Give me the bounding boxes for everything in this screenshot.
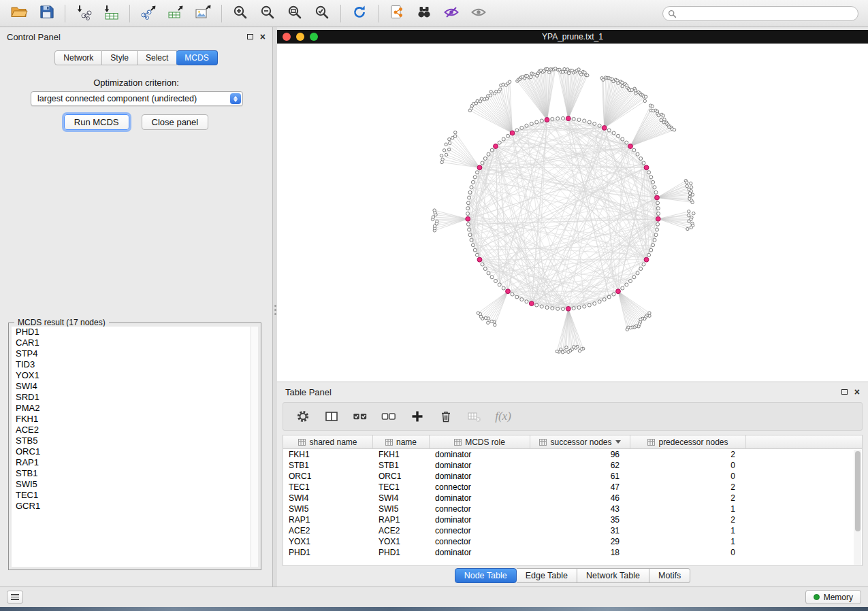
table-settings-button[interactable]: [295, 409, 310, 424]
float-panel-icon[interactable]: [247, 34, 253, 39]
table-cell: [746, 536, 862, 547]
mcds-result-item[interactable]: ORC1: [12, 446, 258, 457]
table-cell: 61: [530, 471, 630, 482]
mcds-result-item[interactable]: STB5: [12, 435, 258, 446]
select-all-button[interactable]: [353, 409, 368, 424]
table-row[interactable]: FKH1FKH1dominator962: [283, 449, 862, 460]
panel-splitter[interactable]: [272, 27, 277, 587]
open-folder-icon: [10, 4, 29, 23]
import-table-icon: [102, 4, 120, 23]
column-header-successor-nodes[interactable]: successor nodes: [530, 435, 630, 449]
deselect-all-button[interactable]: [381, 409, 396, 424]
tab-network-table[interactable]: Network Table: [577, 568, 649, 583]
export-image-button[interactable]: [189, 3, 216, 24]
column-header-shared-name[interactable]: shared name: [283, 435, 373, 449]
tab-style[interactable]: Style: [102, 50, 138, 65]
table-cell: [746, 471, 862, 482]
memory-button[interactable]: Memory: [805, 590, 861, 604]
mcds-result-item[interactable]: GCR1: [12, 501, 258, 512]
save-session-button[interactable]: [33, 3, 60, 24]
show-all-button[interactable]: [465, 3, 492, 24]
memory-status-icon: [814, 594, 820, 600]
mcds-result-item[interactable]: YOX1: [12, 370, 258, 381]
table-row[interactable]: YOX1YOX1connector291: [283, 536, 862, 547]
tab-edge-table[interactable]: Edge Table: [517, 568, 577, 583]
column-header-mcds-role[interactable]: MCDS role: [430, 435, 530, 449]
close-panel-button[interactable]: Close panel: [142, 114, 209, 130]
table-row[interactable]: ORC1ORC1dominator610: [283, 471, 862, 482]
table-panel-tabs: Node Table Edge Table Network Table Moti…: [277, 568, 868, 583]
table-cell: 1: [630, 503, 746, 514]
criterion-dropdown[interactable]: largest connected component (undirected): [31, 91, 243, 106]
network-canvas[interactable]: [277, 44, 868, 381]
apply-function-button[interactable]: f(x): [496, 409, 511, 424]
show-eye-icon: [470, 4, 487, 23]
split-columns-button[interactable]: [324, 409, 339, 424]
table-row[interactable]: STB1STB1dominator620: [283, 460, 862, 471]
float-table-panel-icon[interactable]: [841, 389, 848, 395]
mcds-result-item[interactable]: CAR1: [12, 337, 258, 348]
table-cell: [746, 460, 862, 471]
zoom-out-button[interactable]: [254, 3, 281, 24]
share-document-button[interactable]: [383, 3, 411, 24]
mcds-result-item[interactable]: ACE2: [12, 425, 258, 435]
column-menu-icon: [647, 439, 655, 446]
open-session-button[interactable]: [5, 3, 33, 24]
table-cell: YOX1: [373, 536, 430, 547]
table-row[interactable]: SWI5SWI5connector431: [283, 503, 862, 514]
clear-values-button[interactable]: [467, 409, 482, 424]
zoom-selected-button[interactable]: [308, 3, 336, 24]
close-table-panel-icon[interactable]: ×: [854, 389, 860, 395]
column-header-name[interactable]: name: [373, 435, 430, 449]
run-mcds-button[interactable]: Run MCDS: [64, 114, 129, 130]
mcds-result-item[interactable]: SWI4: [12, 381, 258, 392]
hide-selected-button[interactable]: [438, 3, 465, 24]
table-row[interactable]: SWI4SWI4dominator462: [283, 493, 862, 503]
table-cell: YOX1: [283, 536, 373, 547]
mcds-result-item[interactable]: STP4: [12, 348, 258, 359]
zoom-fit-button[interactable]: [281, 3, 308, 24]
export-network-button[interactable]: [135, 3, 162, 24]
mcds-result-item[interactable]: TID3: [12, 359, 258, 370]
mcds-result-item[interactable]: TEC1: [12, 490, 258, 501]
save-icon: [39, 4, 54, 22]
import-network-button[interactable]: [70, 3, 97, 24]
export-table-button[interactable]: [162, 3, 189, 24]
network-window-titlebar[interactable]: YPA_prune.txt_1: [277, 30, 868, 44]
table-scrollbar-thumb[interactable]: [855, 451, 861, 531]
zoom-in-button[interactable]: [227, 3, 254, 24]
table-row[interactable]: TEC1TEC1connector472: [283, 482, 862, 493]
tab-mcds[interactable]: MCDS: [176, 50, 217, 65]
table-cell: 0: [630, 460, 746, 471]
mcds-list-scrollbar[interactable]: [251, 327, 258, 567]
table-row[interactable]: PHD1PHD1dominator180: [283, 547, 862, 558]
table-row[interactable]: RAP1RAP1dominator352: [283, 514, 862, 525]
add-column-button[interactable]: [410, 409, 425, 424]
table-row[interactable]: ACE2ACE2connector311: [283, 525, 862, 536]
table-panel-title: Table Panel: [285, 387, 332, 397]
table-scrollbar[interactable]: [854, 450, 861, 565]
binoculars-button[interactable]: [411, 3, 438, 24]
mcds-result-item[interactable]: PHD1: [12, 327, 258, 337]
table-cell: dominator: [430, 547, 530, 558]
mcds-result-item[interactable]: PMA2: [12, 403, 258, 414]
mcds-result-item[interactable]: STB1: [12, 468, 258, 479]
close-panel-icon[interactable]: ×: [260, 33, 266, 40]
tab-node-table[interactable]: Node Table: [455, 568, 517, 583]
tab-motifs[interactable]: Motifs: [649, 568, 690, 583]
search-input[interactable]: [662, 6, 858, 21]
table-cell: SWI5: [283, 503, 373, 514]
tab-network[interactable]: Network: [54, 50, 102, 65]
refresh-button[interactable]: [346, 3, 373, 24]
column-header-predecessor-nodes[interactable]: predecessor nodes: [630, 435, 746, 449]
tab-select[interactable]: Select: [138, 50, 177, 65]
network-canvas-svg: [277, 44, 868, 381]
mcds-result-item[interactable]: FKH1: [12, 414, 258, 425]
delete-column-button[interactable]: [438, 409, 453, 424]
mcds-result-item[interactable]: SRD1: [12, 392, 258, 403]
mcds-result-item[interactable]: RAP1: [12, 457, 258, 468]
mcds-result-list[interactable]: PHD1CAR1STP4TID3YOX1SWI4SRD1PMA2FKH1ACE2…: [12, 327, 258, 567]
mcds-result-item[interactable]: SWI5: [12, 479, 258, 490]
status-menu-button[interactable]: [7, 591, 23, 604]
import-table-button[interactable]: [97, 3, 125, 24]
